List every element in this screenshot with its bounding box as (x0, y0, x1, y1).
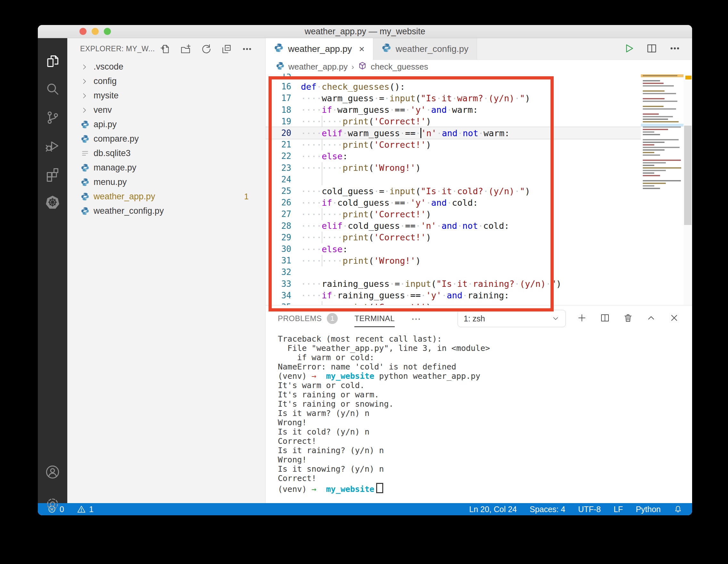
line-number: 34 (266, 291, 291, 300)
activity-bar-item-account[interactable] (38, 458, 67, 486)
line-number: 35 (266, 302, 291, 305)
terminal-line: Is it cold? (y/n) n (278, 427, 692, 436)
code-line-35[interactable]: 35········print('Correct!') (266, 301, 683, 305)
code-line-15[interactable]: 15 (266, 74, 683, 81)
minimap-line (643, 152, 654, 153)
status-spaces-4[interactable]: Spaces: 4 (530, 505, 565, 514)
code-line-16[interactable]: 16def·check_guesses(): (266, 81, 683, 92)
more-actions-icon[interactable] (669, 43, 681, 55)
titlebar[interactable]: weather_app.py — my_website (38, 25, 692, 38)
code-line-26[interactable]: 26····if·cold_guess·==·'y'·and·cold: (266, 197, 683, 208)
status-warnings[interactable]: 1 (77, 505, 94, 514)
close-traffic-light[interactable] (79, 28, 87, 35)
shell-selector-dropdown[interactable]: 1: zsh (458, 310, 566, 327)
more-icon[interactable] (241, 43, 253, 55)
code-line-22[interactable]: 22····else: (266, 150, 683, 162)
status-ln-20-col-24[interactable]: Ln 20, Col 24 (469, 505, 517, 514)
minimap-line (643, 106, 664, 107)
status-utf-8[interactable]: UTF-8 (578, 505, 601, 514)
panel-tab-problems[interactable]: PROBLEMS1 (278, 305, 338, 332)
close-tab-icon[interactable]: × (359, 44, 365, 54)
minimap-line (643, 154, 660, 156)
code-line-17[interactable]: 17····warm_guess·=·input("Is·it·warm?·(y… (266, 92, 683, 104)
sidebar-item-weather_app-py[interactable]: weather_app.py1 (67, 189, 265, 204)
scrollbar-thumb[interactable] (684, 126, 691, 225)
scrollbar-warning-marker (685, 76, 691, 79)
breadcrumb-file[interactable]: weather_app.py (288, 62, 348, 72)
code-line-31[interactable]: 31········print('Wrong!') (266, 255, 683, 266)
code-text: ····if·cold_guess·==·'y'·and·cold: (301, 197, 478, 208)
tab-weather_app-py[interactable]: weather_app.py× (266, 38, 373, 60)
sidebar-item-db-sqlite3[interactable]: db.sqlite3 (67, 146, 265, 161)
minimap-line (643, 144, 654, 145)
code-text: ····else: (301, 150, 348, 162)
code-line-25[interactable]: 25····cold_guess·=·input("Is·it·cold?·(y… (266, 185, 683, 197)
tab-weather_config-py[interactable]: weather_config.py (373, 38, 477, 60)
code-line-18[interactable]: 18····if·warm_guess·==·'y'·and·warm: (266, 104, 683, 116)
code-line-29[interactable]: 29········print('Correct!') (266, 232, 683, 243)
code-line-34[interactable]: 34····if·raining_guess·==·'y'·and·rainin… (266, 290, 683, 301)
activity-bar-item-run-debug[interactable] (38, 132, 67, 160)
sidebar-item-compare-py[interactable]: compare.py (67, 132, 265, 146)
split-editor-icon[interactable] (646, 43, 658, 55)
panel-more-icon[interactable]: ⋯ (411, 313, 421, 324)
sidebar-item-api-py[interactable]: api.py (67, 117, 265, 132)
sidebar-item-mysite[interactable]: mysite (67, 88, 265, 103)
activity-bar-item-explorer[interactable] (38, 47, 67, 75)
code-line-28[interactable]: 28····elif·cold_guess·==·'n'·and·not·col… (266, 220, 683, 232)
minimap-line (643, 108, 676, 110)
sidebar-item-venv[interactable]: venv (67, 103, 265, 117)
status-python[interactable]: Python (636, 505, 661, 514)
breadcrumb-symbol[interactable]: check_guesses (371, 62, 428, 72)
minimap-line (643, 188, 660, 189)
sidebar-item-menu-py[interactable]: menu.py (67, 175, 265, 189)
code-line-33[interactable]: 33····raining_guess·=·input("Is·it·raini… (266, 278, 683, 290)
sidebar-item-config[interactable]: config (67, 74, 265, 88)
problems-count-badge: 1 (327, 313, 338, 324)
refresh-icon[interactable] (200, 43, 212, 55)
code-line-30[interactable]: 30····else: (266, 243, 683, 255)
new-folder-icon[interactable] (179, 43, 192, 55)
account-icon (45, 464, 60, 480)
kill-terminal-icon[interactable] (623, 313, 633, 324)
sidebar-item-weather_config-py[interactable]: weather_config.py (67, 204, 265, 218)
new-terminal-icon[interactable] (577, 313, 587, 324)
minimap-line (643, 131, 654, 133)
new-file-icon[interactable] (159, 43, 171, 55)
minimize-traffic-light[interactable] (92, 28, 99, 35)
code-line-23[interactable]: 23········print('Wrong!') (266, 162, 683, 174)
collapse-all-icon[interactable] (220, 43, 233, 55)
code-line-24[interactable]: 24 (266, 174, 683, 185)
editor-column: weather_app.py×weather_config.py weather… (266, 38, 692, 503)
activity-bar-item-settings[interactable] (38, 490, 67, 515)
terminal-line: Traceback (most recent call last): (278, 334, 692, 344)
panel-tab-terminal[interactable]: TERMINAL (354, 305, 394, 332)
breadcrumb[interactable]: weather_app.py › check_guesses (266, 60, 692, 74)
terminal-output[interactable]: Traceback (most recent call last): File … (266, 332, 692, 503)
code-line-21[interactable]: 21········print('Correct!') (266, 139, 683, 150)
minimap[interactable] (641, 74, 683, 305)
code-editor[interactable]: 1516def·check_guesses():17····warm_guess… (266, 74, 692, 305)
settings-icon (45, 496, 60, 512)
code-line-20[interactable]: 20····elif·warm_guess·==·'n'·and·not·war… (266, 127, 683, 139)
status-lf[interactable]: LF (614, 505, 623, 514)
activity-bar-item-source-control[interactable] (38, 104, 67, 132)
split-terminal-icon[interactable] (600, 313, 610, 324)
code-line-32[interactable]: 32 (266, 266, 683, 278)
status-bar: 01 Ln 20, Col 24Spaces: 4UTF-8LFPython (38, 503, 692, 515)
file-label: weather_config.py (94, 206, 265, 216)
status-warning-count: 1 (89, 505, 94, 514)
sidebar-item--vscode[interactable]: .vscode (67, 60, 265, 74)
activity-bar-item-search[interactable] (38, 75, 67, 104)
zoom-traffic-light[interactable] (104, 28, 111, 35)
activity-bar-item-extensions[interactable] (38, 160, 67, 188)
activity-bar-item-kubernetes[interactable] (38, 188, 67, 216)
maximize-panel-icon[interactable] (646, 313, 656, 324)
sidebar-item-manage-py[interactable]: manage.py (67, 161, 265, 175)
editor-scrollbar[interactable] (683, 74, 692, 305)
close-panel-icon[interactable] (669, 313, 679, 324)
code-line-27[interactable]: 27········print('Correct!') (266, 208, 683, 220)
run-python-file-icon[interactable] (623, 43, 634, 55)
code-line-19[interactable]: 19········print('Correct!') (266, 116, 683, 127)
notifications-button[interactable] (674, 505, 683, 514)
